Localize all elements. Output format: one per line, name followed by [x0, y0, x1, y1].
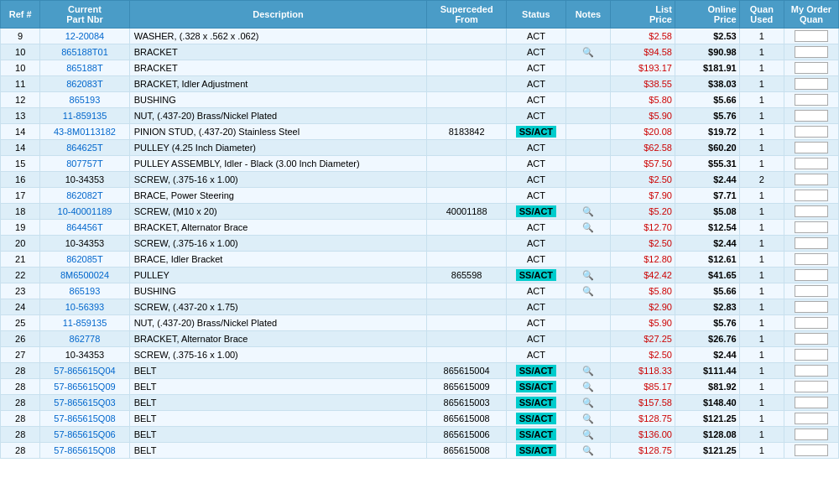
cell-part[interactable]: 10-40001189 [40, 204, 129, 220]
order-quantity-input[interactable] [795, 381, 828, 392]
part-number-link[interactable]: 862778 [70, 334, 101, 344]
cell-my-order[interactable] [784, 395, 838, 411]
cell-my-order[interactable] [784, 60, 838, 76]
order-quantity-input[interactable] [795, 205, 828, 217]
notes-search-icon[interactable]: 🔍 [582, 206, 594, 216]
order-quantity-input[interactable] [795, 429, 828, 440]
cell-my-order[interactable] [784, 188, 838, 204]
cell-part[interactable]: 862778 [40, 331, 129, 347]
part-number-link[interactable]: 865193 [70, 95, 101, 105]
order-quantity-input[interactable] [795, 237, 828, 249]
part-number-link[interactable]: 57-865615Q06 [54, 429, 115, 439]
cell-my-order[interactable] [784, 252, 838, 268]
order-quantity-input[interactable] [795, 333, 828, 345]
cell-my-order[interactable] [784, 411, 838, 427]
order-quantity-input[interactable] [795, 110, 828, 122]
cell-my-order[interactable] [784, 76, 838, 92]
order-quantity-input[interactable] [795, 62, 828, 74]
part-number-link[interactable]: 12-20084 [65, 31, 105, 41]
cell-my-order[interactable] [784, 347, 838, 363]
order-quantity-input[interactable] [795, 253, 828, 265]
cell-my-order[interactable] [784, 140, 838, 156]
cell-part[interactable]: 862083T [40, 76, 129, 92]
part-number-link[interactable]: 862083T [66, 79, 102, 89]
cell-my-order[interactable] [784, 124, 838, 140]
order-quantity-input[interactable] [795, 126, 828, 138]
cell-part[interactable]: 864625T [40, 140, 129, 156]
cell-notes[interactable]: 🔍 [565, 379, 610, 395]
cell-part[interactable]: 864456T [40, 220, 129, 236]
part-number-link[interactable]: 43-8M0113182 [54, 127, 116, 137]
notes-search-icon[interactable]: 🔍 [582, 47, 594, 57]
notes-search-icon[interactable]: 🔍 [582, 382, 594, 392]
part-number-link[interactable]: 807757T [66, 158, 102, 169]
cell-part[interactable]: 12-20084 [40, 29, 129, 44]
cell-part[interactable]: 57-865615Q09 [40, 379, 129, 395]
cell-notes[interactable]: 🔍 [565, 411, 610, 427]
cell-my-order[interactable] [784, 236, 838, 252]
cell-part[interactable]: 862082T [40, 188, 129, 204]
notes-search-icon[interactable]: 🔍 [582, 270, 594, 280]
cell-part[interactable]: 10-56393 [40, 299, 129, 315]
cell-notes[interactable]: 🔍 [565, 283, 610, 299]
order-quantity-input[interactable] [795, 365, 828, 377]
part-number-link[interactable]: 57-865615Q08 [54, 445, 115, 455]
notes-search-icon[interactable]: 🔍 [582, 397, 594, 408]
part-number-link[interactable]: 864625T [66, 143, 102, 153]
cell-part[interactable]: 57-865615Q08 [40, 443, 129, 459]
cell-part[interactable]: 862085T [40, 252, 129, 268]
cell-my-order[interactable] [784, 268, 838, 283]
part-number-link[interactable]: 57-865615Q08 [54, 413, 115, 423]
order-quantity-input[interactable] [795, 94, 828, 106]
cell-notes[interactable]: 🔍 [565, 395, 610, 411]
cell-notes[interactable]: 🔍 [565, 220, 610, 236]
notes-search-icon[interactable]: 🔍 [582, 366, 594, 376]
order-quantity-input[interactable] [795, 317, 828, 329]
part-number-link[interactable]: 57-865615Q03 [54, 397, 115, 408]
cell-part[interactable]: 57-865615Q08 [40, 411, 129, 427]
cell-notes[interactable]: 🔍 [565, 268, 610, 283]
cell-my-order[interactable] [784, 443, 838, 459]
order-quantity-input[interactable] [795, 174, 828, 185]
order-quantity-input[interactable] [795, 78, 828, 90]
cell-my-order[interactable] [784, 299, 838, 315]
cell-my-order[interactable] [784, 283, 838, 299]
cell-my-order[interactable] [784, 92, 838, 108]
cell-part[interactable]: 865188T [40, 60, 129, 76]
cell-part[interactable]: 865188T01 [40, 44, 129, 60]
cell-part[interactable]: 8M6500024 [40, 268, 129, 283]
order-quantity-input[interactable] [795, 142, 828, 153]
part-number-link[interactable]: 8M6500024 [60, 270, 109, 280]
part-number-link[interactable]: 11-859135 [63, 111, 107, 121]
cell-notes[interactable]: 🔍 [565, 44, 610, 60]
cell-part[interactable]: 11-859135 [40, 315, 129, 331]
cell-part[interactable]: 57-865615Q03 [40, 395, 129, 411]
cell-my-order[interactable] [784, 363, 838, 379]
cell-my-order[interactable] [784, 331, 838, 347]
cell-part[interactable]: 57-865615Q06 [40, 427, 129, 443]
part-number-link[interactable]: 865188T01 [61, 47, 108, 57]
cell-my-order[interactable] [784, 156, 838, 172]
cell-notes[interactable]: 🔍 [565, 443, 610, 459]
part-number-link[interactable]: 865193 [70, 286, 101, 296]
order-quantity-input[interactable] [795, 190, 828, 201]
cell-part[interactable]: 57-865615Q04 [40, 363, 129, 379]
part-number-link[interactable]: 10-40001189 [58, 206, 112, 216]
cell-my-order[interactable] [784, 379, 838, 395]
cell-my-order[interactable] [784, 29, 838, 44]
order-quantity-input[interactable] [795, 301, 828, 313]
cell-my-order[interactable] [784, 315, 838, 331]
order-quantity-input[interactable] [795, 158, 828, 169]
cell-part[interactable]: 807757T [40, 156, 129, 172]
cell-my-order[interactable] [784, 427, 838, 443]
cell-my-order[interactable] [784, 172, 838, 188]
cell-my-order[interactable] [784, 220, 838, 236]
part-number-link[interactable]: 10-56393 [65, 302, 105, 312]
notes-search-icon[interactable]: 🔍 [582, 413, 594, 423]
cell-part[interactable]: 865193 [40, 92, 129, 108]
part-number-link[interactable]: 862082T [66, 190, 102, 200]
order-quantity-input[interactable] [795, 46, 828, 58]
notes-search-icon[interactable]: 🔍 [582, 222, 594, 232]
order-quantity-input[interactable] [795, 349, 828, 361]
cell-my-order[interactable] [784, 108, 838, 124]
